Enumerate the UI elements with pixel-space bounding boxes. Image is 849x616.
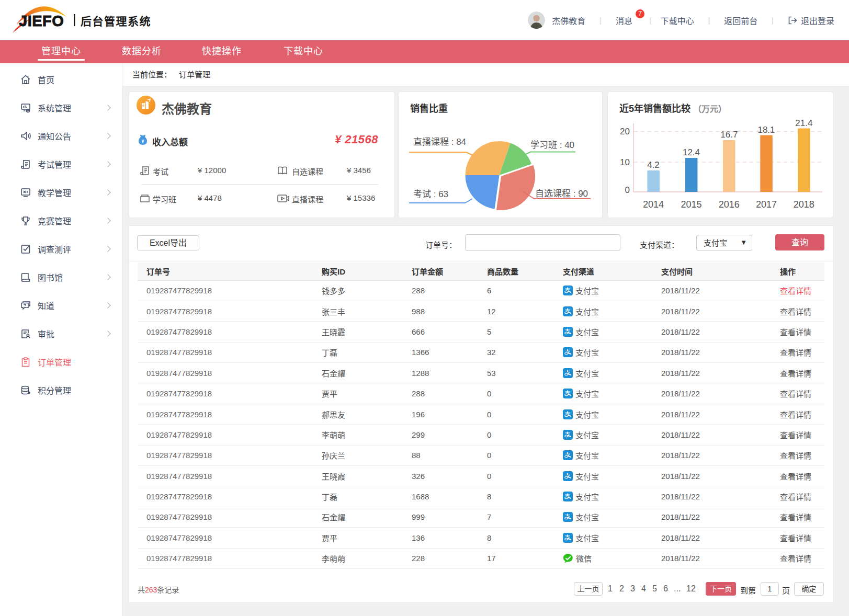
svg-text:¥: ¥ — [141, 139, 144, 144]
svg-text:学习班 : 40: 学习班 : 40 — [530, 140, 574, 150]
svg-text:10: 10 — [620, 157, 630, 167]
svg-text:21.4: 21.4 — [795, 118, 812, 128]
svg-text:0: 0 — [625, 185, 630, 195]
svg-text:2016: 2016 — [719, 199, 740, 210]
svg-text:12.4: 12.4 — [683, 147, 700, 157]
svg-text:2014: 2014 — [643, 199, 664, 210]
svg-text:JIEFO: JIEFO — [19, 13, 64, 29]
svg-text:4.2: 4.2 — [647, 160, 660, 170]
svg-text:2017: 2017 — [756, 199, 777, 210]
svg-text:2018: 2018 — [794, 199, 814, 210]
svg-text:直播课程 : 84: 直播课程 : 84 — [413, 137, 466, 147]
svg-text:后台管理系统: 后台管理系统 — [81, 15, 151, 27]
svg-text:20: 20 — [620, 127, 630, 136]
svg-text:2015: 2015 — [681, 199, 701, 210]
svg-text:18.1: 18.1 — [757, 125, 775, 135]
svg-text:考试 : 63: 考试 : 63 — [413, 189, 448, 199]
svg-text:自选课程 : 90: 自选课程 : 90 — [535, 189, 588, 199]
svg-text:16.7: 16.7 — [720, 130, 738, 140]
